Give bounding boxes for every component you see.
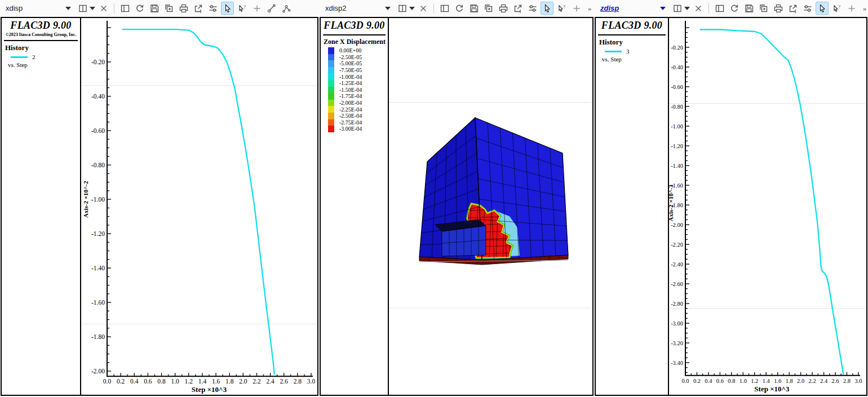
pane-selector-xdisp2[interactable]: xdisp2: [322, 2, 394, 15]
add-button[interactable]: [570, 2, 583, 15]
scale-swatch: [328, 93, 334, 100]
svg-text:»: »: [588, 4, 592, 12]
scale-row: 0.00E+00: [328, 47, 388, 54]
scale-value: -2.00E-04: [339, 100, 362, 106]
split-options-caret[interactable]: [684, 7, 690, 10]
save-button[interactable]: [742, 2, 755, 15]
split-options-caret[interactable]: [90, 7, 95, 10]
legend-divider: [323, 34, 386, 35]
scale-row: -2.50E-05: [328, 54, 388, 61]
add-button[interactable]: [845, 2, 858, 15]
overflow-button[interactable]: »: [860, 2, 868, 15]
measure-button[interactable]: [265, 2, 278, 15]
pointer-button[interactable]: [221, 2, 234, 15]
svg-text:-2.00: -2.00: [91, 368, 105, 374]
chevron-down-icon: [660, 7, 666, 10]
plot-settings-button[interactable]: [801, 2, 814, 15]
xdisp-chart-area[interactable]: 0.00.20.40.60.81.01.21.41.61.82.02.22.42…: [81, 18, 317, 395]
svg-text:0.4: 0.4: [705, 378, 712, 384]
duplicate-view-button[interactable]: [757, 2, 770, 15]
top-toolbar: xdisp? xdisp2?» zdisp?»: [0, 0, 868, 16]
close-pane-button[interactable]: [417, 2, 429, 15]
close-pane-button[interactable]: [97, 2, 110, 15]
print-button[interactable]: [772, 2, 785, 15]
scale-row: -2.00E-04: [328, 100, 388, 106]
svg-text:0.8: 0.8: [157, 378, 166, 385]
history-series-row: 3: [605, 48, 668, 55]
toolbar-group-xdisp2: xdisp2?»: [322, 0, 597, 16]
svg-text:1.4: 1.4: [198, 378, 207, 385]
split-options-caret[interactable]: [409, 7, 415, 10]
plot-settings-button[interactable]: [206, 2, 219, 15]
pointer-button[interactable]: [541, 2, 553, 15]
print-button[interactable]: [497, 2, 510, 15]
pane-layout-button[interactable]: [438, 2, 451, 15]
split-view-button[interactable]: [671, 2, 684, 15]
pane-selector-zdisp[interactable]: zdisp: [597, 2, 669, 15]
svg-text:-2.80: -2.80: [671, 301, 683, 307]
pane-xdisp: FLAC3D 9.00 ©2023 Itasca Consulting Grou…: [1, 17, 318, 396]
series-label: 3: [626, 48, 630, 55]
query-pointer-button[interactable]: ?: [236, 2, 249, 15]
save-button[interactable]: [467, 2, 480, 15]
toolbar-separator: [708, 3, 709, 14]
pane-selector-xdisp[interactable]: xdisp: [2, 2, 74, 15]
svg-text:2.4: 2.4: [266, 378, 274, 385]
refresh-button[interactable]: [728, 2, 741, 15]
svg-text:Step ×10^3: Step ×10^3: [754, 385, 790, 393]
scale-row: -2.50E-04: [328, 113, 388, 119]
svg-text:-1.40: -1.40: [91, 265, 105, 271]
pane-layout-button[interactable]: [118, 2, 131, 15]
duplicate-view-button[interactable]: [482, 2, 495, 15]
svg-text:-0.40: -0.40: [671, 64, 683, 70]
pane-title: xdisp2: [325, 4, 347, 12]
plot-settings-button[interactable]: [526, 2, 539, 15]
refresh-button[interactable]: [453, 2, 466, 15]
zone-contour-plot[interactable]: [389, 18, 592, 395]
export-button[interactable]: [192, 2, 205, 15]
scale-value: -1.50E-04: [339, 87, 362, 93]
svg-text:2.0: 2.0: [239, 378, 247, 385]
export-button[interactable]: [511, 2, 524, 15]
svg-text:1.0: 1.0: [739, 378, 747, 384]
toolbar-group-xdisp: xdisp?: [2, 0, 293, 16]
refresh-button[interactable]: [133, 2, 146, 15]
save-button[interactable]: [148, 2, 161, 15]
topology-button[interactable]: [280, 2, 293, 15]
split-view-button[interactable]: [76, 2, 89, 15]
query-pointer-button[interactable]: ?: [830, 2, 843, 15]
history-3-chart[interactable]: 0.00.20.40.60.81.01.21.41.61.82.02.22.42…: [669, 18, 866, 395]
chevron-down-icon: [385, 7, 391, 10]
svg-text:-2.40: -2.40: [671, 261, 683, 267]
svg-text:Axis-2 ×10^-2: Axis-2 ×10^-2: [82, 181, 89, 218]
zone-3d-view[interactable]: [389, 18, 592, 395]
duplicate-view-button[interactable]: [162, 2, 175, 15]
overflow-button[interactable]: »: [584, 2, 597, 15]
add-button[interactable]: [250, 2, 263, 15]
scale-row: -1.50E-04: [328, 87, 388, 93]
zdisp-chart-area[interactable]: 0.00.20.40.60.81.01.21.41.61.82.02.22.42…: [669, 18, 866, 395]
svg-text:-1.40: -1.40: [671, 163, 683, 169]
svg-text:2.6: 2.6: [280, 378, 289, 385]
legend-divider: [598, 34, 666, 35]
split-view-button[interactable]: [396, 2, 409, 15]
pane-zdisp: FLAC3D 9.00 History 3 vs. Step 0.00.20.4…: [595, 17, 867, 396]
toolbar-separator: [114, 3, 114, 14]
scale-row: -1.00E-04: [328, 73, 388, 80]
pane-xdisp2: FLAC3D 9.00 Zone X Displacement 0.00E+00…: [320, 17, 594, 396]
svg-text:?: ?: [563, 4, 565, 10]
history-series-row: 2: [11, 53, 80, 60]
pane-layout-button[interactable]: [713, 2, 726, 15]
print-button[interactable]: [177, 2, 190, 15]
scale-value: 0.00E+00: [339, 47, 361, 53]
pointer-button[interactable]: [816, 2, 829, 15]
svg-text:-1.80: -1.80: [91, 333, 105, 340]
export-button[interactable]: [786, 2, 799, 15]
close-pane-button[interactable]: [692, 2, 705, 15]
svg-text:-1.00: -1.00: [91, 196, 105, 203]
scale-value: -3.00E-04: [339, 126, 362, 132]
svg-text:1.2: 1.2: [185, 378, 193, 385]
copyright-text: ©2023 Itasca Consulting Group, Inc.: [2, 32, 80, 37]
query-pointer-button[interactable]: ?: [555, 2, 568, 15]
history-2-chart[interactable]: 0.00.20.40.60.81.01.21.41.61.82.02.22.42…: [81, 18, 317, 395]
